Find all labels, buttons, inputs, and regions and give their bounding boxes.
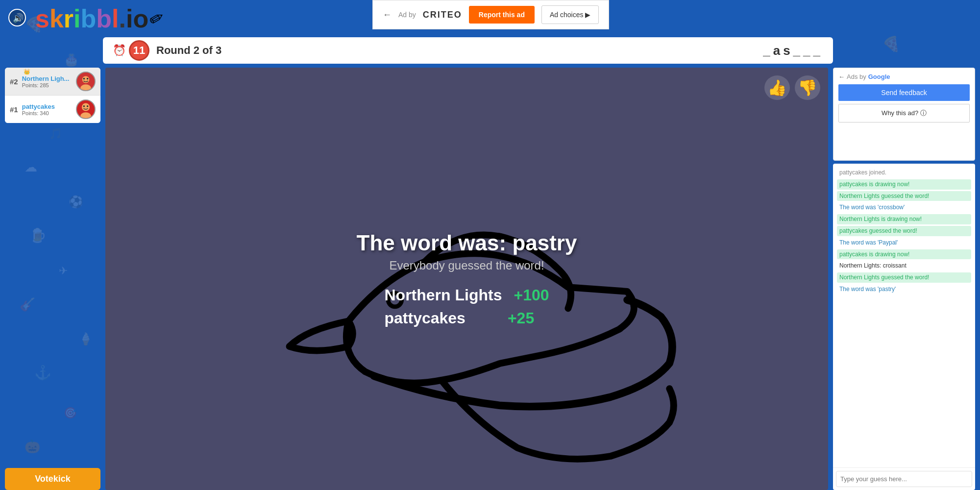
logo[interactable]: s k r i b b l . io ✏ — [35, 4, 164, 33]
canvas-overlay: The word was: pastry Everybody guessed t… — [105, 68, 828, 490]
score-points-2: +25 — [508, 309, 534, 327]
logo-letter-b1: b — [81, 4, 97, 33]
right-panel: ← Ads by Google Send feedback Why this a… — [833, 68, 975, 490]
svg-text:🔊: 🔊 — [13, 13, 24, 24]
logo-letter-k: k — [49, 4, 64, 33]
logo-letter-l: l — [112, 4, 119, 33]
svg-point-39 — [83, 105, 85, 107]
thumbs-down-button[interactable]: 👎 — [795, 75, 820, 100]
svg-point-34 — [83, 78, 85, 80]
logo-area: 🔊 s k r i b b l . io ✏ — [8, 4, 164, 33]
drawing-canvas: The word was: pastry Everybody guessed t… — [105, 68, 828, 490]
player-name-2: Northern Ligh... — [22, 75, 72, 82]
svg-point-37 — [82, 103, 90, 111]
players-list: #2 Northern Ligh... Points: 285 👑 — [5, 68, 100, 123]
round-number-badge: 11 — [129, 40, 149, 61]
why-this-ad-button[interactable]: Why this ad? ⓘ — [838, 104, 970, 122]
logo-letter-r: r — [64, 4, 74, 33]
ad-choices-button[interactable]: Ad choices ▶ — [541, 5, 599, 24]
logo-pencil: ✏ — [146, 6, 169, 31]
score-player-2: pattycakes — [384, 309, 465, 327]
score-row-1: Northern Lights +100 — [384, 286, 549, 304]
chat-area: pattycakes joined. pattycakes is drawing… — [833, 164, 975, 490]
chat-msg-1: pattycakes joined. — [837, 168, 971, 178]
scores-display: Northern Lights +100 pattycakes +25 — [384, 286, 549, 327]
main-container: 🔊 s k r i b b l . io ✏ ← Ad by CRITEO Re… — [0, 0, 980, 490]
svg-point-40 — [87, 105, 89, 107]
score-player-1: Northern Lights — [384, 286, 502, 304]
ads-by-label: Ads by — [847, 73, 866, 80]
logo-letter-i: i — [74, 4, 80, 33]
chat-msg-7: The word was 'Paypal' — [837, 238, 971, 248]
game-row: #2 Northern Ligh... Points: 285 👑 — [0, 68, 980, 490]
crown-icon: 👑 — [24, 69, 30, 75]
chat-msg-11: The word was 'pastry' — [837, 284, 971, 294]
sound-icon[interactable]: 🔊 — [8, 8, 26, 29]
logo-io: io — [126, 4, 148, 33]
player-rank-1: #1 — [10, 105, 18, 114]
chat-messages: pattycakes joined. pattycakes is drawing… — [833, 164, 975, 467]
chat-msg-4: The word was 'crossbow' — [837, 202, 971, 213]
chat-msg-10: Northern Lights guessed the word! — [837, 272, 971, 283]
chat-msg-2: pattycakes is drawing now! — [837, 179, 971, 190]
chat-msg-6: pattycakes guessed the word! — [837, 226, 971, 236]
left-panel: #2 Northern Ligh... Points: 285 👑 — [5, 68, 100, 490]
player-points-2: Points: 285 — [22, 82, 72, 88]
word-reveal-text: The word was: pastry — [357, 230, 577, 256]
chat-msg-9: Northern Lights: croissant — [837, 261, 971, 271]
player-rank-2: #2 — [10, 77, 18, 86]
clock-icon: ⏰ — [113, 44, 126, 57]
player-points-1: Points: 340 — [22, 110, 72, 116]
svg-point-35 — [87, 78, 89, 80]
votekick-button[interactable]: Votekick — [5, 468, 100, 490]
ad-right-panel: ← Ads by Google Send feedback Why this a… — [833, 68, 975, 161]
everybody-guessed-text: Everybody guessed the word! — [389, 259, 544, 272]
player-item-1: #1 pattycakes Points: 340 — [5, 96, 100, 123]
chat-msg-5: Northern Lights is drawing now! — [837, 214, 971, 224]
chat-input-area — [833, 467, 975, 490]
thumbs-area: 👍 👎 — [764, 75, 820, 100]
thumbs-up-button[interactable]: 👍 — [764, 75, 790, 100]
avatar-player-1 — [76, 99, 96, 119]
ad-top-banner: ← Ad by CRITEO Report this ad Ad choices… — [372, 0, 609, 29]
logo-dot: . — [119, 4, 126, 33]
chat-msg-8: pattycakes is drawing now! — [837, 249, 971, 260]
score-row-2: pattycakes +25 — [384, 309, 534, 327]
chat-input[interactable] — [836, 471, 972, 487]
player-name-1: pattycakes — [22, 103, 72, 110]
send-feedback-button[interactable]: Send feedback — [838, 84, 970, 101]
round-info-bar: ⏰ 11 Round 2 of 3 _as___ — [103, 37, 833, 64]
ad-by-label: Ad by — [398, 11, 416, 19]
logo-letter-s: s — [35, 4, 49, 33]
report-ad-button[interactable]: Report this ad — [469, 6, 535, 24]
back-arrow-right[interactable]: ← — [838, 73, 845, 80]
logo-letter-b2: b — [96, 4, 112, 33]
score-points-1: +100 — [514, 286, 549, 304]
avatar-player-2 — [76, 72, 96, 91]
round-text: Round 2 of 3 — [156, 44, 221, 57]
google-label: Google — [868, 73, 890, 80]
chat-msg-3: Northern Lights guessed the word! — [837, 191, 971, 201]
back-arrow-top[interactable]: ← — [383, 10, 392, 20]
advertiser-name: CRITEO — [423, 10, 462, 20]
player-item-2: #2 Northern Ligh... Points: 285 👑 — [5, 68, 100, 96]
word-hint: _as___ — [763, 43, 823, 58]
